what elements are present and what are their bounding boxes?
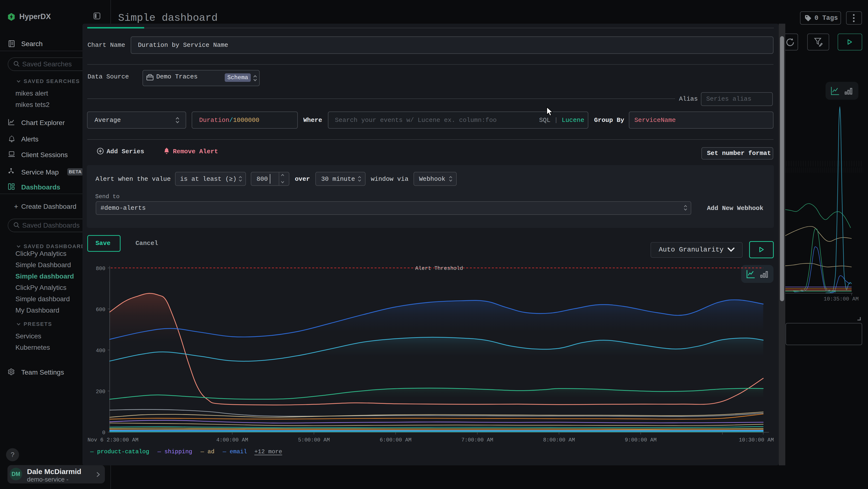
svg-text:4:00:00 AM: 4:00:00 AM	[216, 437, 248, 443]
svg-text:5:00:00 AM: 5:00:00 AM	[298, 437, 330, 443]
svg-text:9:00:00 AM: 9:00:00 AM	[625, 437, 656, 443]
svg-text:6:00:00 AM: 6:00:00 AM	[380, 437, 411, 443]
svg-text:10:30:00 AM: 10:30:00 AM	[739, 437, 774, 443]
svg-text:800: 800	[96, 266, 105, 272]
svg-text:8:00:00 AM: 8:00:00 AM	[543, 437, 575, 443]
svg-text:400: 400	[96, 348, 105, 354]
svg-text:0: 0	[102, 430, 105, 436]
svg-text:Alert Threshold: Alert Threshold	[415, 265, 463, 271]
svg-text:200: 200	[96, 389, 105, 395]
svg-text:600: 600	[96, 307, 105, 313]
svg-text:7:00:00 AM: 7:00:00 AM	[462, 437, 493, 443]
svg-text:Nov 6 2:30:00 AM: Nov 6 2:30:00 AM	[88, 437, 138, 443]
